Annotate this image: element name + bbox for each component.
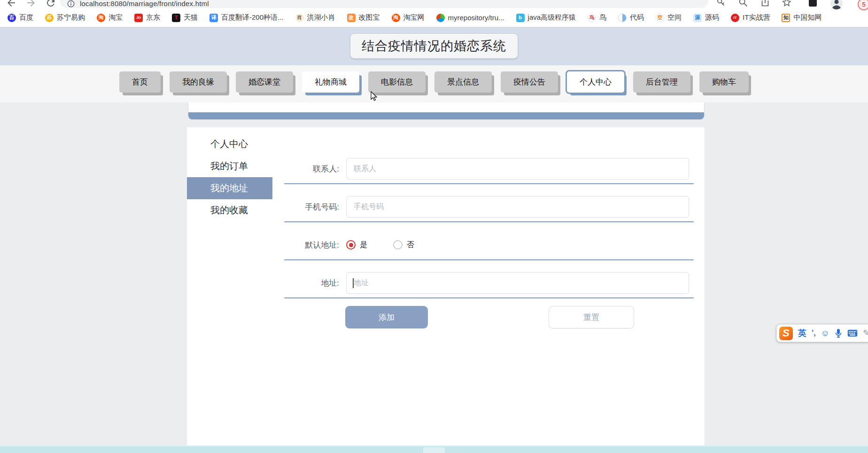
- default-address-label: 默认地址:: [273, 240, 346, 250]
- bookmark-item[interactable]: 代码: [618, 13, 644, 22]
- page-title: 结合疫情情况的婚恋系统: [350, 33, 518, 59]
- ime-punctuation-icon[interactable]: ’,: [812, 329, 816, 337]
- divider: [284, 221, 694, 222]
- bookmark-item[interactable]: T天猫: [172, 13, 198, 22]
- sogou-logo-icon[interactable]: S: [779, 327, 793, 340]
- bookmark-item[interactable]: 百百度: [8, 13, 33, 22]
- reset-button[interactable]: 重置: [549, 306, 634, 328]
- bookmark-item[interactable]: 肖洪湖小肖: [295, 13, 335, 22]
- radio-yes-label: 是: [360, 240, 367, 250]
- menu-item[interactable]: 我的订单: [187, 155, 272, 177]
- side-menu: 个人中心我的订单我的地址我的收藏: [187, 133, 272, 221]
- divider: [284, 183, 694, 184]
- form-row-phone: 手机号码:: [273, 195, 705, 218]
- share-icon[interactable]: [760, 0, 770, 8]
- bookmark-item[interactable]: 知中国知网: [782, 13, 822, 22]
- nav-tab[interactable]: 我的良缘: [170, 71, 227, 93]
- bookmark-favicon: 改: [347, 14, 356, 22]
- ime-tools-icon[interactable]: ✎: [863, 328, 868, 338]
- bookmark-favicon: JD: [134, 14, 143, 22]
- form-buttons: 添加 重置: [273, 306, 705, 328]
- bookmark-label: 天猫: [184, 13, 198, 22]
- phone-label: 手机号码:: [273, 202, 346, 212]
- bookmark-favicon: T: [172, 14, 180, 22]
- nav-tab[interactable]: 个人中心: [567, 71, 624, 93]
- bookmark-favicon: [436, 14, 445, 22]
- nav-tab[interactable]: 电影信息: [368, 71, 426, 93]
- nav-tab[interactable]: 购物车: [699, 71, 749, 93]
- bookmark-label: 百度: [19, 13, 33, 22]
- nav-strip: 首页我的良缘婚恋课堂礼物商城电影信息景点信息疫情公告个人中心后台管理购物车: [0, 65, 868, 102]
- address-label: 地址:: [273, 278, 346, 289]
- ime-emoji-icon[interactable]: ☺: [821, 329, 829, 337]
- ime-keyboard-icon[interactable]: [847, 329, 858, 337]
- nav-tab[interactable]: 首页: [119, 71, 161, 93]
- ime-toolbar: S 英 ’, ☺ ✎: [776, 324, 868, 342]
- bookmark-favicon: b: [516, 14, 525, 22]
- bookmark-favicon: 源: [693, 14, 702, 22]
- bookmark-favicon: 肖: [295, 14, 304, 22]
- banner-blue-bar: [188, 112, 704, 119]
- bookmark-label: 百度翻译-200种语...: [221, 13, 284, 22]
- bookmark-item[interactable]: 淘淘宝: [97, 13, 123, 22]
- bookmark-item[interactable]: myrepository/tru...: [436, 14, 504, 22]
- reload-icon[interactable]: [45, 0, 56, 8]
- bookmark-label: 苏宁易购: [57, 13, 85, 22]
- menu-item[interactable]: 个人中心: [187, 133, 272, 155]
- info-icon[interactable]: [67, 0, 75, 8]
- bookmark-item[interactable]: 淘淘宝网: [392, 13, 425, 22]
- contact-input[interactable]: [346, 158, 689, 180]
- bookmark-favicon: 鸟: [588, 14, 596, 22]
- bookmark-item[interactable]: ITIT实战营: [731, 13, 770, 22]
- contact-label: 联系人:: [273, 164, 346, 174]
- profile-avatar[interactable]: [830, 0, 843, 9]
- browser-toolbar: localhost:8080/marriage/front/index.html…: [0, 0, 868, 8]
- nav-tab[interactable]: 后台管理: [633, 71, 690, 93]
- radio-yes[interactable]: 是: [346, 240, 367, 250]
- menu-item[interactable]: 我的收藏: [187, 199, 272, 221]
- radio-no[interactable]: 否: [393, 240, 414, 250]
- add-button[interactable]: 添加: [345, 306, 428, 328]
- forward-icon[interactable]: [25, 0, 37, 8]
- nav-tab[interactable]: 疫情公告: [501, 71, 558, 93]
- bookmark-item[interactable]: 译百度翻译-200种语...: [209, 13, 284, 22]
- ime-mic-icon[interactable]: [835, 328, 842, 338]
- extension-icon[interactable]: [809, 0, 817, 7]
- bookmark-item[interactable]: JD京东: [134, 13, 160, 22]
- nav-tabs: 首页我的良缘婚恋课堂礼物商城电影信息景点信息疫情公告个人中心后台管理购物车: [0, 71, 868, 93]
- nav-tab[interactable]: 婚恋课堂: [236, 71, 293, 93]
- back-icon[interactable]: [6, 0, 17, 8]
- phone-input[interactable]: [346, 196, 689, 218]
- key-icon[interactable]: [716, 0, 726, 8]
- search-icon[interactable]: [738, 0, 748, 8]
- banner-bottom-edge: [188, 102, 705, 120]
- divider: [284, 297, 694, 298]
- bookmark-item[interactable]: 改改图宝: [347, 13, 380, 22]
- ime-language-toggle[interactable]: 英: [798, 329, 806, 337]
- divider: [284, 259, 694, 260]
- main-panel: 个人中心我的订单我的地址我的收藏 联系人: 手机号码: 默认地址: 是: [187, 127, 705, 445]
- bookmark-label: 中国知网: [793, 13, 822, 22]
- bookmark-label: myrepository/tru...: [448, 14, 504, 22]
- bookmark-label: IT实战营: [743, 13, 770, 22]
- bookmark-star-icon[interactable]: [782, 0, 792, 8]
- bookmark-item[interactable]: 源源码: [693, 13, 719, 22]
- address-input[interactable]: [346, 272, 689, 294]
- bookmark-favicon: 淘: [97, 14, 105, 22]
- bookmark-item[interactable]: 空空间: [656, 13, 682, 22]
- bookmark-favicon: 苏: [45, 14, 54, 22]
- bookmark-item[interactable]: bjava高级程序猿: [516, 13, 576, 22]
- menu-item[interactable]: 我的地址: [187, 177, 272, 199]
- address-bar[interactable]: localhost:8080/marriage/front/index.html: [60, 0, 708, 8]
- bookmark-item[interactable]: 鸟鸟: [588, 13, 606, 22]
- bookmark-label: java高级程序猿: [528, 13, 576, 22]
- bookmark-favicon: 知: [782, 14, 790, 22]
- page-background: 个人中心我的订单我的地址我的收藏 联系人: 手机号码: 默认地址: 是: [0, 102, 868, 445]
- bookmark-favicon: 百: [8, 14, 16, 22]
- site-header: 结合疫情情况的婚恋系统: [0, 27, 868, 65]
- taskbar-edge[interactable]: [0, 445, 868, 453]
- taskbar-center-tab[interactable]: [423, 447, 445, 453]
- nav-tab[interactable]: 礼物商城: [302, 71, 359, 93]
- nav-tab[interactable]: 景点信息: [434, 71, 492, 93]
- bookmark-item[interactable]: 苏苏宁易购: [45, 13, 85, 22]
